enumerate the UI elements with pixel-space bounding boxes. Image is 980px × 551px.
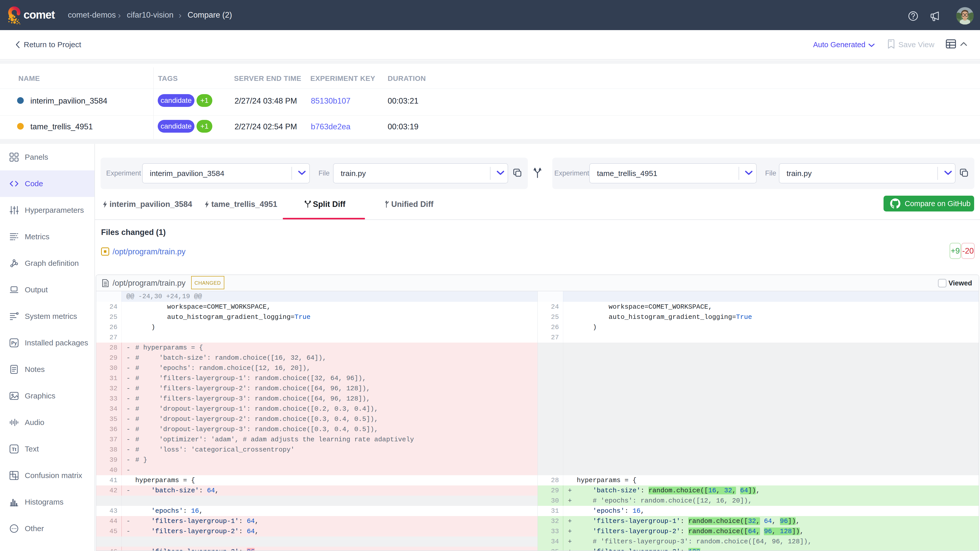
svg-text:Tt: Tt bbox=[12, 447, 17, 452]
svg-text:Py: Py bbox=[11, 341, 17, 346]
